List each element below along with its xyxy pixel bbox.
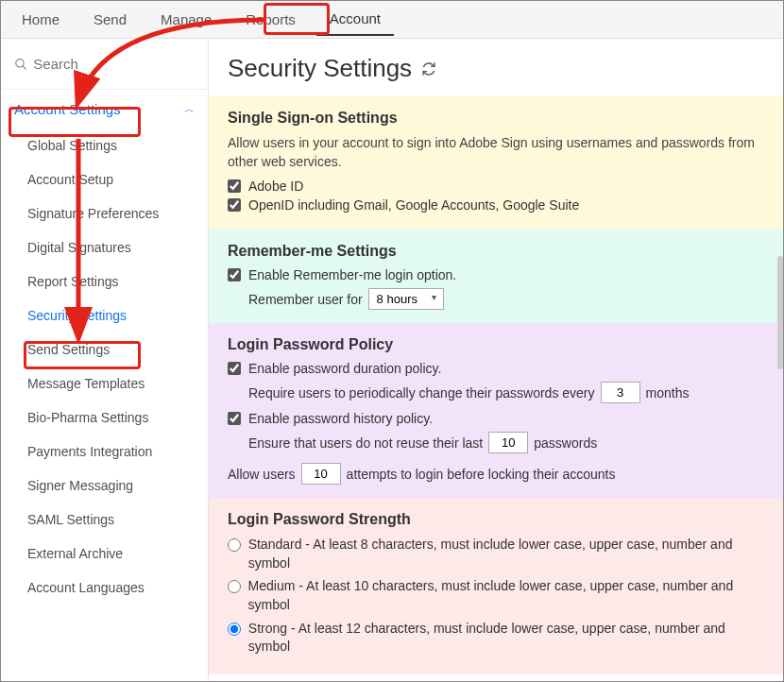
scrollbar[interactable] — [777, 256, 783, 369]
label-enable-remember-me: Enable Remember-me login option. — [248, 267, 456, 282]
checkbox-password-history[interactable] — [228, 412, 241, 425]
duration-suffix: months — [646, 385, 690, 401]
sidebar: Account Settings ︿ Global Settings Accou… — [1, 39, 209, 681]
sidebar-item-security-settings[interactable]: Security Settings — [1, 298, 208, 332]
top-nav: Home Send Manage Reports Account — [1, 1, 783, 39]
strength-heading: Login Password Strength — [228, 511, 764, 528]
input-attempts[interactable] — [301, 463, 341, 485]
attempts-prefix: Allow users — [228, 467, 296, 482]
sidebar-item-global-settings[interactable]: Global Settings — [1, 128, 208, 162]
panel-single-sign-on: Single Sign-on Settings Allow users in y… — [209, 96, 783, 230]
remember-heading: Remember-me Settings — [228, 243, 764, 260]
search-input[interactable] — [33, 56, 195, 72]
sidebar-item-bio-pharma-settings[interactable]: Bio-Pharma Settings — [1, 401, 208, 435]
nav-manage[interactable]: Manage — [147, 4, 225, 35]
chevron-up-icon: ︿ — [184, 102, 195, 116]
sidebar-item-payments-integration[interactable]: Payments Integration — [1, 435, 208, 469]
sso-heading: Single Sign-on Settings — [228, 110, 764, 127]
checkbox-adobe-id[interactable] — [228, 179, 241, 193]
label-standard: Standard - At least 8 characters, must i… — [248, 536, 764, 572]
select-remember-duration[interactable]: 8 hours — [368, 288, 444, 310]
sidebar-item-send-settings[interactable]: Send Settings — [1, 332, 208, 367]
nav-home[interactable]: Home — [9, 4, 73, 35]
label-adobe-id: Adobe ID — [248, 179, 303, 194]
input-duration-months[interactable] — [601, 382, 640, 403]
sidebar-item-digital-signatures[interactable]: Digital Signatures — [1, 230, 208, 264]
sidebar-item-external-archive[interactable]: External Archive — [1, 537, 208, 571]
label-strong: Strong - At least 12 characters, must in… — [248, 620, 764, 656]
label-password-history: Enable password history policy. — [248, 411, 433, 426]
sidebar-item-account-languages[interactable]: Account Languages — [1, 571, 208, 605]
panel-login-password-strength: Login Password Strength Standard - At le… — [209, 498, 783, 674]
checkbox-openid[interactable] — [228, 198, 241, 212]
refresh-icon[interactable] — [421, 61, 436, 77]
sidebar-section-account-settings[interactable]: Account Settings ︿ — [1, 90, 208, 128]
sidebar-item-message-templates[interactable]: Message Templates — [1, 367, 208, 401]
sidebar-item-signature-preferences[interactable]: Signature Preferences — [1, 196, 208, 230]
sso-description: Allow users in your account to sign into… — [228, 134, 764, 171]
label-password-duration: Enable password duration policy. — [248, 361, 441, 376]
panel-login-password-policy: Login Password Policy Enable password du… — [209, 323, 783, 498]
duration-prefix: Require users to periodically change the… — [248, 385, 595, 401]
panel-pdf-encryption: PDF Encryption Type — [209, 674, 783, 681]
search-field-wrap — [1, 56, 208, 90]
radio-standard[interactable] — [228, 538, 241, 552]
app-frame: Home Send Manage Reports Account Account… — [0, 0, 784, 682]
sidebar-item-saml-settings[interactable]: SAML Settings — [1, 503, 208, 537]
attempts-suffix: attempts to login before locking their a… — [347, 467, 616, 482]
search-icon — [14, 57, 27, 72]
input-history-count[interactable] — [488, 432, 528, 453]
nav-reports[interactable]: Reports — [232, 4, 309, 35]
nav-send[interactable]: Send — [80, 4, 140, 35]
sidebar-item-report-settings[interactable]: Report Settings — [1, 264, 208, 298]
policy-heading: Login Password Policy — [228, 336, 764, 353]
page-title: Security Settings — [228, 54, 412, 83]
sidebar-section-label: Account Settings — [14, 101, 121, 117]
sidebar-item-signer-messaging[interactable]: Signer Messaging — [1, 469, 208, 503]
panel-remember-me: Remember-me Settings Enable Remember-me … — [209, 230, 783, 323]
label-openid: OpenID including Gmail, Google Accounts,… — [248, 197, 579, 213]
label-medium: Medium - At least 10 characters, must in… — [248, 577, 764, 614]
main-content: Security Settings Single Sign-on Setting… — [209, 39, 783, 681]
svg-line-1 — [23, 65, 26, 69]
radio-strong[interactable] — [228, 622, 241, 636]
page-title-row: Security Settings — [209, 39, 783, 96]
history-prefix: Ensure that users do not reuse their las… — [248, 435, 483, 451]
svg-point-0 — [16, 59, 24, 66]
nav-account[interactable]: Account — [316, 3, 394, 36]
history-suffix: passwords — [534, 435, 597, 451]
checkbox-enable-remember-me[interactable] — [228, 268, 241, 281]
checkbox-password-duration[interactable] — [228, 362, 241, 375]
sidebar-item-account-setup[interactable]: Account Setup — [1, 162, 208, 196]
remember-prefix: Remember user for — [248, 292, 363, 307]
radio-medium[interactable] — [228, 580, 241, 593]
